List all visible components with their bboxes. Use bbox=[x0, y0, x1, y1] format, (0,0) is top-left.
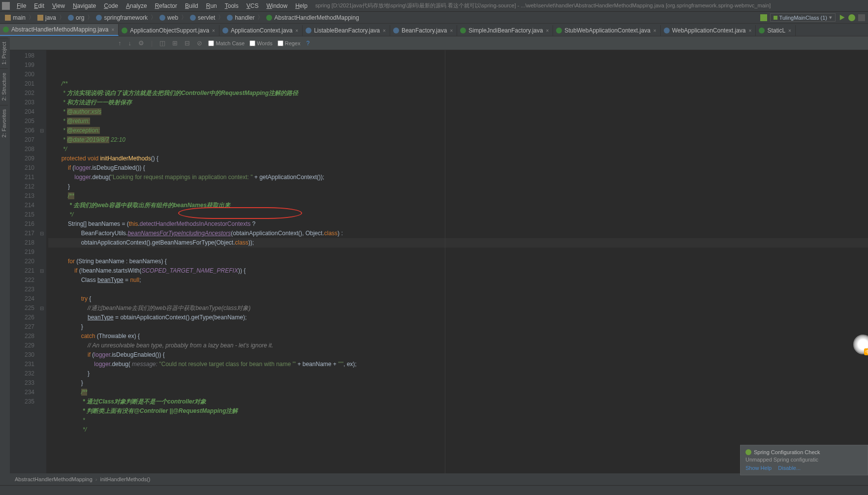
menubar: FileEditViewNavigateCodeAnalyzeRefactorB… bbox=[0, 0, 868, 12]
tool-tab-2--Favorites[interactable]: 2: Favorites bbox=[0, 105, 8, 141]
separator: | bbox=[150, 39, 154, 47]
tab-BeanFactory-java[interactable]: BeanFactory.java× bbox=[390, 25, 457, 36]
chevron-right-icon: 〉 bbox=[218, 13, 224, 22]
chevron-right-icon: 〉 bbox=[181, 13, 187, 22]
breadcrumb-method[interactable]: initHandlerMethods() bbox=[100, 476, 150, 482]
breadcrumb-AbstractHandlerMethodMapping[interactable]: AbstractHandlerMethodMapping bbox=[264, 14, 361, 21]
tab-ApplicationContext-java[interactable]: ApplicationContext.java× bbox=[219, 25, 303, 36]
editor-tabs: AbstractHandlerMethodMapping.java×Applic… bbox=[0, 24, 868, 36]
filter-icon[interactable]: ⚙ bbox=[137, 39, 145, 47]
tab-ApplicationObjectSupport-java[interactable]: ApplicationObjectSupport.java× bbox=[119, 25, 219, 36]
close-icon[interactable]: × bbox=[788, 28, 791, 33]
interface-icon bbox=[222, 28, 228, 33]
breadcrumb-servlet[interactable]: servlet bbox=[188, 14, 217, 21]
close-icon[interactable]: × bbox=[383, 28, 386, 33]
run-configuration-selector[interactable]: TulingMainClass (1) ▾ bbox=[770, 13, 836, 22]
menu-build[interactable]: Build bbox=[181, 2, 202, 9]
tab-StubWebApplicationContext-java[interactable]: StubWebApplicationContext.java× bbox=[553, 25, 660, 36]
menu-refactor[interactable]: Refactor bbox=[151, 2, 181, 9]
line-number-gutter: 1981992002012022032042052062072082092102… bbox=[10, 50, 37, 473]
select-all-icon[interactable]: ◫ bbox=[158, 39, 166, 47]
code-area[interactable]: /** * 方法实现说明:说白了该方法就是去把我们的Controller中的Re… bbox=[46, 50, 868, 473]
fold-gutter: ⊟⊟⊟⊟ bbox=[37, 50, 46, 473]
package-icon bbox=[227, 15, 233, 21]
exclude-icon[interactable]: ⊘ bbox=[196, 39, 203, 47]
tab-SimpleJndiBeanFactory-java[interactable]: SimpleJndiBeanFactory.java× bbox=[457, 25, 553, 36]
match-case-checkbox[interactable]: Match Case bbox=[208, 40, 245, 46]
tool-tab-2--Structure[interactable]: 2: Structure bbox=[0, 68, 8, 105]
next-match-icon[interactable]: ↓ bbox=[127, 39, 133, 47]
tab-ListableBeanFactory-java[interactable]: ListableBeanFactory.java× bbox=[303, 25, 390, 36]
notification-body: Unmapped Spring configuratic bbox=[745, 457, 863, 463]
breadcrumb-handler[interactable]: handler bbox=[225, 14, 256, 21]
prev-match-icon[interactable]: ↑ bbox=[117, 39, 123, 47]
window-title-path: spring [D:\2021java代码存放地\spring\源码\最新的源码… bbox=[311, 2, 866, 9]
class-icon bbox=[556, 28, 562, 33]
package-icon bbox=[68, 15, 74, 21]
add-selection-icon[interactable]: ⊞ bbox=[171, 39, 179, 47]
package-icon bbox=[190, 15, 196, 21]
close-icon[interactable]: × bbox=[212, 28, 215, 33]
editor: 1981992002012022032042052062072082092102… bbox=[10, 50, 868, 473]
breadcrumb-org[interactable]: org bbox=[66, 14, 86, 21]
breadcrumb-main[interactable]: main bbox=[3, 14, 28, 21]
menu-edit[interactable]: Edit bbox=[30, 2, 48, 9]
class-icon bbox=[122, 28, 127, 33]
menu-window[interactable]: Window bbox=[262, 2, 291, 9]
menu-run[interactable]: Run bbox=[202, 2, 221, 9]
show-help-link[interactable]: Show Help bbox=[745, 465, 772, 471]
find-toolbar: ↑ ↓ ⚙ | ◫ ⊞ ⊟ ⊘ Match Case Words Regex ? bbox=[0, 36, 868, 50]
interface-icon bbox=[664, 28, 670, 33]
run-icon[interactable] bbox=[838, 14, 845, 21]
close-icon[interactable]: × bbox=[749, 28, 752, 33]
ide-logo-icon bbox=[2, 2, 10, 10]
menu-analyze[interactable]: Analyze bbox=[122, 2, 151, 9]
avatar-badge: 中 bbox=[864, 348, 868, 355]
breadcrumb-springframework[interactable]: springframework bbox=[94, 14, 150, 21]
chevron-right-icon: 〉 bbox=[257, 13, 263, 22]
left-tool-stripe: 1: Project2: Structure2: Favorites bbox=[0, 37, 10, 485]
close-icon[interactable]: × bbox=[295, 28, 298, 33]
close-icon[interactable]: × bbox=[450, 28, 453, 33]
class-icon bbox=[460, 28, 466, 33]
stop-icon[interactable] bbox=[858, 14, 865, 21]
close-icon[interactable]: × bbox=[653, 28, 656, 33]
class-icon bbox=[3, 27, 9, 32]
debug-icon[interactable] bbox=[848, 14, 855, 21]
menu-code[interactable]: Code bbox=[100, 2, 122, 9]
breadcrumb-class[interactable]: AbstractHandlerMethodMapping bbox=[15, 476, 93, 482]
chevron-right-icon: 〉 bbox=[29, 13, 34, 22]
menu-file[interactable]: File bbox=[13, 2, 30, 9]
navigation-bar: main〉java〉org〉springframework〉web〉servle… bbox=[0, 12, 868, 24]
build-icon[interactable] bbox=[760, 14, 767, 21]
search-input[interactable] bbox=[14, 40, 112, 47]
interface-icon bbox=[393, 28, 399, 33]
tab-StaticL[interactable]: StaticL× bbox=[756, 25, 796, 36]
breadcrumb-java[interactable]: java bbox=[35, 14, 58, 21]
words-checkbox[interactable]: Words bbox=[249, 40, 273, 46]
tool-tab-1--Project[interactable]: 1: Project bbox=[0, 37, 8, 68]
tab-AbstractHandlerMethodMapping-java[interactable]: AbstractHandlerMethodMapping.java× bbox=[0, 24, 119, 36]
structure-breadcrumb: AbstractHandlerMethodMapping › initHandl… bbox=[10, 473, 868, 485]
chevron-right-icon: 〉 bbox=[87, 13, 93, 22]
interface-icon bbox=[306, 28, 311, 33]
close-icon[interactable]: × bbox=[546, 28, 549, 33]
chevron-right-icon: 〉 bbox=[59, 13, 65, 22]
regex-checkbox[interactable]: Regex bbox=[278, 40, 301, 46]
menu-vcs[interactable]: VCS bbox=[243, 2, 263, 9]
remove-selection-icon[interactable]: ⊟ bbox=[184, 39, 191, 47]
class-icon bbox=[266, 15, 272, 21]
regex-help-icon[interactable]: ? bbox=[306, 40, 310, 47]
class-icon bbox=[759, 28, 765, 33]
package-icon bbox=[96, 15, 102, 21]
menu-tools[interactable]: Tools bbox=[221, 2, 243, 9]
breadcrumb-web[interactable]: web bbox=[157, 14, 180, 21]
close-icon[interactable]: × bbox=[111, 27, 114, 32]
chevron-right-icon: › bbox=[95, 476, 97, 482]
tab-WebApplicationContext-java[interactable]: WebApplicationContext.java× bbox=[661, 25, 756, 36]
disable-link[interactable]: Disable... bbox=[778, 465, 801, 471]
menu-navigate[interactable]: Navigate bbox=[69, 2, 100, 9]
menu-help[interactable]: Help bbox=[291, 2, 311, 9]
menu-view[interactable]: View bbox=[48, 2, 69, 9]
right-margin-ruler bbox=[445, 50, 445, 473]
